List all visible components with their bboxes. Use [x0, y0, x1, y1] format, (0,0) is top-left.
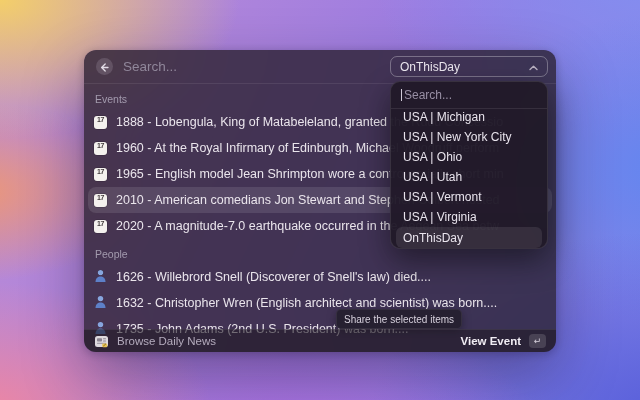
person-icon: [94, 295, 107, 312]
back-arrow-icon: [100, 58, 109, 76]
person-row[interactable]: 1626 - Willebrord Snell (Discoverer of S…: [88, 264, 552, 290]
launcher-window: Search... OnThisDay Events 17 1888 - Lob…: [84, 50, 556, 352]
calendar-icon: 17: [94, 168, 107, 181]
person-text: 1632 - Christopher Wren (English archite…: [116, 296, 497, 310]
dropdown-item-virginia[interactable]: USA | Virginia: [396, 207, 542, 227]
search-input[interactable]: Search...: [123, 59, 390, 74]
dropdown-item-vermont[interactable]: USA | Vermont: [396, 187, 542, 207]
status-app-label: Browse Daily News: [117, 335, 216, 347]
return-key-icon: ↵: [529, 334, 546, 348]
dropdown-item-michigan[interactable]: USA | Michigan: [396, 109, 542, 127]
chevron-up-icon: [529, 60, 538, 74]
view-event-action[interactable]: View Event: [460, 335, 521, 347]
text-caret: [401, 89, 402, 101]
newspaper-icon: [94, 334, 109, 349]
command-dropdown-value: OnThisDay: [400, 60, 460, 74]
dropdown-item-new-york-city[interactable]: USA | New York City: [396, 127, 542, 147]
command-dropdown[interactable]: OnThisDay: [390, 56, 548, 77]
status-bar: Browse Daily News View Event ↵: [84, 329, 556, 352]
share-tooltip: Share the selected items: [336, 309, 462, 329]
dropdown-panel: Search... USA | Michigan USA | New York …: [390, 81, 548, 249]
dropdown-search-input[interactable]: Search...: [391, 82, 547, 109]
desktop-background: Search... OnThisDay Events 17 1888 - Lob…: [0, 0, 640, 400]
dropdown-item-onthisday[interactable]: OnThisDay: [396, 227, 542, 248]
person-icon: [94, 269, 107, 286]
dropdown-item-utah[interactable]: USA | Utah: [396, 167, 542, 187]
dropdown-item-ohio[interactable]: USA | Ohio: [396, 147, 542, 167]
back-button[interactable]: [96, 58, 113, 75]
calendar-icon: 17: [94, 142, 107, 155]
dropdown-search-placeholder: Search...: [404, 88, 452, 102]
calendar-icon: 17: [94, 116, 107, 129]
person-row[interactable]: 1632 - Christopher Wren (English archite…: [88, 290, 552, 316]
calendar-icon: 17: [94, 220, 107, 233]
person-text: 1626 - Willebrord Snell (Discoverer of S…: [116, 270, 431, 284]
dropdown-items: USA | Michigan USA | New York City USA |…: [391, 109, 547, 249]
topbar: Search... OnThisDay: [84, 50, 556, 84]
calendar-icon: 17: [94, 194, 107, 207]
